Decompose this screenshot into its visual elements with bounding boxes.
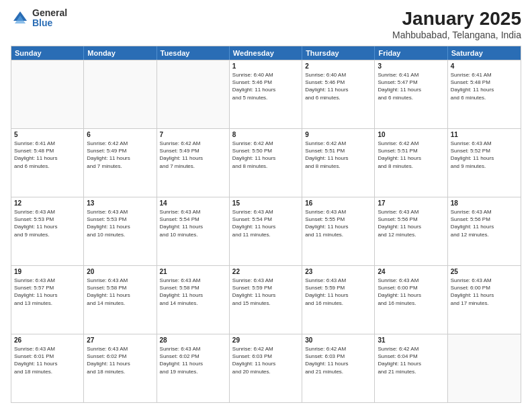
day-number: 10: [378, 131, 444, 138]
cell-info-line: and 5 minutes.: [232, 94, 299, 101]
cell-info-line: Daylight: 11 hours: [451, 291, 518, 299]
day-number: 30: [305, 336, 371, 344]
cell-info-line: Sunset: 5:48 PM: [451, 79, 518, 86]
cell-info-line: Daylight: 11 hours: [87, 223, 153, 230]
day-number: 17: [378, 199, 444, 207]
calendar-header: SundayMondayTuesdayWednesdayThursdayFrid…: [11, 46, 521, 60]
cell-info-line: Sunrise: 6:43 AM: [305, 208, 371, 216]
day-cell-25: 25Sunrise: 6:43 AMSunset: 6:00 PMDayligh…: [448, 266, 521, 334]
cell-info-line: Sunrise: 6:43 AM: [305, 277, 371, 284]
day-number: 6: [87, 131, 153, 138]
cell-info-line: Sunset: 5:49 PM: [87, 147, 153, 154]
cell-info-line: Daylight: 11 hours: [378, 86, 444, 93]
logo-general: General: [32, 8, 67, 18]
cell-info-line: Daylight: 11 hours: [232, 154, 299, 162]
week-row-2: 5Sunrise: 6:41 AMSunset: 5:48 PMDaylight…: [11, 128, 521, 197]
cell-info-line: Sunset: 5:50 PM: [232, 147, 299, 154]
day-number: 31: [378, 336, 444, 344]
col-header-wednesday: Wednesday: [230, 46, 302, 60]
cell-info-line: and 14 minutes.: [160, 300, 226, 307]
cell-info-line: Sunset: 5:51 PM: [378, 147, 444, 154]
cell-info-line: Daylight: 11 hours: [305, 154, 371, 162]
cell-info-line: and 6 minutes.: [451, 94, 518, 101]
logo: General Blue: [11, 8, 67, 29]
day-cell-19: 19Sunrise: 6:43 AMSunset: 5:57 PMDayligh…: [11, 266, 84, 334]
cell-info-line: Daylight: 11 hours: [232, 86, 299, 93]
day-number: 8: [232, 131, 299, 138]
cell-info-line: Sunset: 6:00 PM: [378, 284, 444, 291]
cell-info-line: and 21 minutes.: [305, 368, 371, 375]
cell-info-line: Sunrise: 6:43 AM: [160, 345, 226, 353]
day-number: 11: [451, 131, 518, 138]
cell-info-line: Daylight: 11 hours: [378, 154, 444, 162]
cell-info-line: Sunrise: 6:43 AM: [451, 140, 518, 147]
cell-info-line: Sunset: 5:49 PM: [160, 147, 226, 154]
day-cell-15: 15Sunrise: 6:43 AMSunset: 5:54 PMDayligh…: [230, 197, 302, 265]
empty-cell: [84, 60, 157, 128]
day-cell-31: 31Sunrise: 6:42 AMSunset: 6:04 PMDayligh…: [375, 334, 447, 402]
day-cell-2: 2Sunrise: 6:40 AMSunset: 5:46 PMDaylight…: [302, 60, 375, 128]
cell-info-line: Daylight: 11 hours: [378, 223, 444, 230]
day-cell-22: 22Sunrise: 6:43 AMSunset: 5:59 PMDayligh…: [230, 266, 302, 334]
day-number: 28: [160, 336, 226, 344]
cell-info-line: and 9 minutes.: [14, 231, 81, 238]
cell-info-line: Sunrise: 6:43 AM: [451, 277, 518, 284]
cell-info-line: Daylight: 11 hours: [232, 291, 299, 299]
week-row-3: 12Sunrise: 6:43 AMSunset: 5:53 PMDayligh…: [11, 197, 521, 265]
cell-info-line: and 6 minutes.: [14, 163, 81, 170]
cell-info-line: Sunset: 5:53 PM: [87, 216, 153, 223]
cell-info-line: Sunrise: 6:40 AM: [232, 71, 299, 79]
cell-info-line: Sunrise: 6:43 AM: [87, 208, 153, 216]
cell-info-line: and 17 minutes.: [451, 300, 518, 307]
day-cell-4: 4Sunrise: 6:41 AMSunset: 5:48 PMDaylight…: [448, 60, 521, 128]
cell-info-line: Sunrise: 6:42 AM: [160, 140, 226, 147]
day-number: 2: [305, 62, 371, 70]
cell-info-line: Daylight: 11 hours: [451, 154, 518, 162]
day-cell-1: 1Sunrise: 6:40 AMSunset: 5:46 PMDaylight…: [230, 60, 302, 128]
calendar: SundayMondayTuesdayWednesdayThursdayFrid…: [11, 46, 521, 403]
cell-info-line: and 12 minutes.: [378, 231, 444, 238]
day-cell-10: 10Sunrise: 6:42 AMSunset: 5:51 PMDayligh…: [375, 129, 447, 197]
cell-info-line: Sunset: 5:59 PM: [232, 284, 299, 291]
calendar-body: 1Sunrise: 6:40 AMSunset: 5:46 PMDaylight…: [11, 60, 521, 402]
day-number: 22: [232, 268, 299, 275]
cell-info-line: Daylight: 11 hours: [305, 360, 371, 367]
cell-info-line: and 16 minutes.: [305, 300, 371, 307]
calendar-subtitle: Mahbubabad, Telangana, India: [392, 30, 521, 40]
cell-info-line: Sunset: 5:57 PM: [14, 284, 81, 291]
cell-info-line: and 14 minutes.: [87, 300, 153, 307]
cell-info-line: Daylight: 11 hours: [87, 154, 153, 162]
cell-info-line: Sunset: 6:01 PM: [14, 353, 81, 360]
cell-info-line: Daylight: 11 hours: [378, 291, 444, 299]
cell-info-line: Sunrise: 6:43 AM: [451, 208, 518, 216]
day-cell-11: 11Sunrise: 6:43 AMSunset: 5:52 PMDayligh…: [448, 129, 521, 197]
week-row-1: 1Sunrise: 6:40 AMSunset: 5:46 PMDaylight…: [11, 60, 521, 128]
day-number: 5: [14, 131, 81, 138]
cell-info-line: Daylight: 11 hours: [160, 291, 226, 299]
cell-info-line: Sunrise: 6:42 AM: [378, 140, 444, 147]
cell-info-line: Sunrise: 6:42 AM: [378, 345, 444, 353]
cell-info-line: Daylight: 11 hours: [14, 154, 81, 162]
cell-info-line: Daylight: 11 hours: [87, 360, 153, 367]
day-number: 18: [451, 199, 518, 207]
cell-info-line: and 8 minutes.: [232, 163, 299, 170]
cell-info-line: Sunset: 6:02 PM: [160, 353, 226, 360]
cell-info-line: and 6 minutes.: [378, 94, 444, 101]
cell-info-line: Daylight: 11 hours: [451, 86, 518, 93]
day-number: 27: [87, 336, 153, 344]
cell-info-line: Sunrise: 6:43 AM: [160, 277, 226, 284]
cell-info-line: Daylight: 11 hours: [305, 86, 371, 93]
day-cell-6: 6Sunrise: 6:42 AMSunset: 5:49 PMDaylight…: [84, 129, 157, 197]
day-cell-20: 20Sunrise: 6:43 AMSunset: 5:58 PMDayligh…: [84, 266, 157, 334]
cell-info-line: and 8 minutes.: [378, 163, 444, 170]
cell-info-line: Daylight: 11 hours: [160, 154, 226, 162]
cell-info-line: Sunset: 5:48 PM: [14, 147, 81, 154]
cell-info-line: Sunset: 6:04 PM: [378, 353, 444, 360]
cell-info-line: and 20 minutes.: [232, 368, 299, 375]
day-number: 12: [14, 199, 81, 207]
cell-info-line: Sunset: 5:47 PM: [378, 79, 444, 86]
cell-info-line: Sunrise: 6:43 AM: [378, 208, 444, 216]
cell-info-line: Sunset: 5:52 PM: [451, 147, 518, 154]
day-cell-27: 27Sunrise: 6:43 AMSunset: 6:02 PMDayligh…: [84, 334, 157, 402]
cell-info-line: Sunset: 5:54 PM: [160, 216, 226, 223]
